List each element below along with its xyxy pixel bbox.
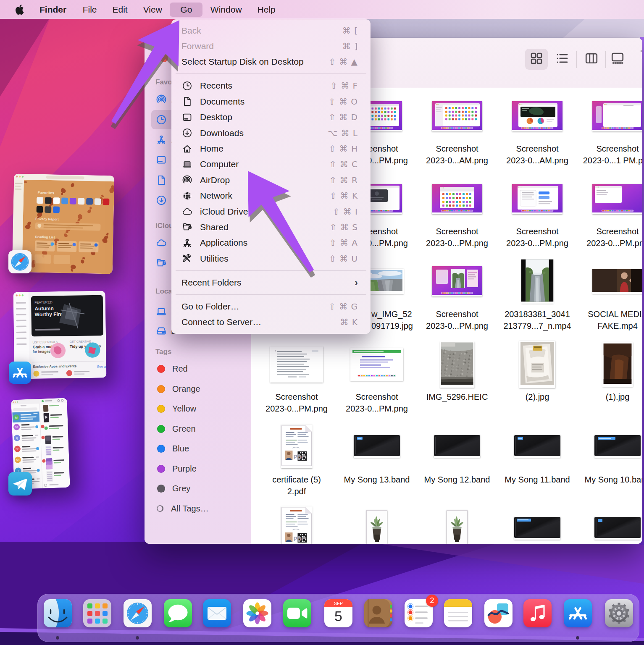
- menu-item-shortcut: ⌘ K: [340, 317, 358, 327]
- file-thumbnail: PDF: [281, 425, 313, 468]
- menu-item-connect-to-server[interactable]: Connect to Server…⌘ K: [171, 314, 371, 330]
- dock-icon-freeform[interactable]: [484, 599, 513, 627]
- menu-item-shared[interactable]: Shared⇧ ⌘ S: [171, 219, 371, 235]
- file-name: Screenshot: [415, 226, 499, 238]
- telegram-icon[interactable]: [8, 472, 32, 496]
- sidebar-tag-red[interactable]: Red: [155, 360, 252, 377]
- svg-text:FEATURED: FEATURED: [34, 300, 53, 304]
- sidebar-tag-blue[interactable]: Blue: [155, 440, 252, 457]
- grid-view-button[interactable]: [525, 49, 548, 70]
- shared-folder-icon: [181, 222, 193, 232]
- dock-icon-contacts[interactable]: [364, 599, 392, 627]
- menubar-item-file[interactable]: File: [75, 3, 105, 17]
- apple-menu-icon[interactable]: [8, 4, 31, 15]
- dock-icon-calendar[interactable]: SEP 5: [324, 599, 352, 627]
- menu-item-forward[interactable]: Forward⌘ ]: [171, 38, 371, 54]
- menu-item-back[interactable]: Back⌘ [: [171, 23, 371, 38]
- menubar-item-finder[interactable]: Finder: [31, 3, 75, 17]
- list-view-button[interactable]: [551, 49, 573, 70]
- menu-item-downloads[interactable]: Downloads⌥ ⌘ L: [171, 125, 371, 141]
- running-indicator-dot: [136, 636, 139, 640]
- file-name: My Song 13.band: [335, 474, 419, 486]
- menu-item-applications[interactable]: Applications⇧ ⌘ A: [171, 235, 371, 251]
- file-name-line2: 2023-0...PM.png: [255, 403, 339, 415]
- dock-icon-facetime[interactable]: [283, 599, 311, 627]
- dock-icon-photos[interactable]: [243, 599, 271, 627]
- sidebar-tag-orange[interactable]: Orange: [155, 380, 252, 397]
- dock-icon-safari[interactable]: [124, 599, 152, 627]
- dock-icon-finder[interactable]: [44, 599, 72, 627]
- dock-icon-app-store[interactable]: [564, 599, 592, 627]
- menubar-item-go[interactable]: Go: [170, 3, 202, 17]
- dock-icon-mail[interactable]: [203, 599, 231, 627]
- clock-icon: [181, 81, 193, 91]
- close-window-button[interactable]: [160, 54, 168, 62]
- app-store-icon[interactable]: [9, 362, 31, 384]
- menu-item-label: Shared: [200, 222, 229, 232]
- menu-item-label: Go to Folder…: [181, 302, 239, 312]
- menu-item-network[interactable]: Network⇧ ⌘ K: [171, 188, 371, 204]
- sidebar-tag-label: Yellow: [172, 404, 196, 414]
- menu-item-recents[interactable]: Recents⇧ ⌘ F: [171, 78, 371, 94]
- file-thumbnail: [514, 517, 560, 540]
- menu-item-desktop[interactable]: Desktop⇧ ⌘ D: [171, 110, 371, 125]
- safari-icon[interactable]: [8, 250, 32, 273]
- sidebar-tag-purple[interactable]: Purple: [155, 460, 252, 477]
- menu-item-label: Computer: [200, 159, 239, 169]
- file-name: My Song 12.band: [415, 474, 499, 486]
- clock-icon: [155, 114, 167, 125]
- calendar-day: 5: [334, 608, 342, 624]
- svg-text:SR: SR: [15, 426, 18, 428]
- gallery-view-button[interactable]: [606, 49, 629, 70]
- applications-icon: [155, 134, 167, 145]
- sidebar-tag-label: Green: [172, 424, 196, 434]
- file-thumbnail: [350, 348, 403, 381]
- menubar-item-view[interactable]: View: [135, 3, 170, 17]
- home-icon: [181, 144, 193, 154]
- menu-item-shortcut: ⇧ ⌘ C: [329, 159, 358, 169]
- file-thumbnail: [366, 510, 387, 544]
- svg-text:M: M: [15, 416, 18, 419]
- menu-item-shortcut: ⇧ ⌘ G: [329, 302, 358, 312]
- menu-item-shortcut: ⌘ ]: [342, 41, 358, 51]
- menu-item-go-to-folder[interactable]: Go to Folder…⇧ ⌘ G: [171, 299, 371, 314]
- dock-icon-system-settings[interactable]: [605, 599, 633, 627]
- dock-icon-messages[interactable]: [164, 599, 192, 627]
- menu-item-shortcut: ⇧ ⌘ O: [329, 97, 358, 107]
- sidebar-tag-yellow[interactable]: Yellow: [155, 400, 252, 417]
- dock: SEP 5 2: [37, 594, 639, 642]
- file-name: Screenshot: [576, 226, 642, 238]
- sidebar-tag-all-tags[interactable]: All Tags…: [155, 500, 252, 517]
- menubar-item-window[interactable]: Window: [202, 3, 250, 17]
- file-thumbnail: [514, 435, 560, 458]
- menu-item-label: Connect to Server…: [181, 317, 261, 327]
- column-view-button[interactable]: [580, 49, 603, 70]
- menu-item-utilities[interactable]: Utilities⇧ ⌘ U: [171, 251, 371, 266]
- toolbar-separator: [605, 51, 606, 68]
- menu-item-home[interactable]: Home⇧ ⌘ H: [171, 141, 371, 156]
- menu-item-label: Utilities: [200, 254, 229, 264]
- dock-icon-launchpad[interactable]: [83, 599, 111, 627]
- menubar-item-edit[interactable]: Edit: [105, 3, 135, 17]
- file-thumbnail: [594, 435, 641, 458]
- sidebar-tag-green[interactable]: Green: [155, 420, 252, 437]
- menu-item-shortcut: ⇧ ⌘ I: [333, 207, 358, 217]
- menu-item-icloud-drive[interactable]: iCloud Drive⇧ ⌘ I: [171, 204, 371, 219]
- file-thumbnail: [440, 341, 475, 388]
- file-thumbnail: [592, 269, 642, 294]
- menu-item-shortcut: ⇧ ⌘ U: [329, 254, 358, 264]
- notification-badge: 2: [426, 595, 438, 607]
- menu-item-documents[interactable]: Documents⇧ ⌘ O: [171, 94, 371, 109]
- menu-item-select-startup-disk-on-desktop[interactable]: Select Startup Disk on Desktop⇧ ⌘ ▲: [171, 54, 371, 70]
- dock-icon-music[interactable]: [523, 599, 552, 627]
- svg-text:SB: SB: [16, 459, 19, 461]
- dock-icon-notes[interactable]: [444, 599, 472, 627]
- menu-item-recent-folders[interactable]: Recent Folders›: [171, 275, 371, 290]
- sidebar-tag-grey[interactable]: Grey: [155, 480, 252, 497]
- running-indicator-dot: [56, 636, 59, 640]
- menubar-item-help[interactable]: Help: [250, 3, 283, 17]
- svg-text:Q: Q: [16, 437, 18, 439]
- menu-item-airdrop[interactable]: AirDrop⇧ ⌘ R: [171, 172, 371, 188]
- menu-item-computer[interactable]: Computer⇧ ⌘ C: [171, 157, 371, 172]
- tag-color-dot: [157, 365, 165, 373]
